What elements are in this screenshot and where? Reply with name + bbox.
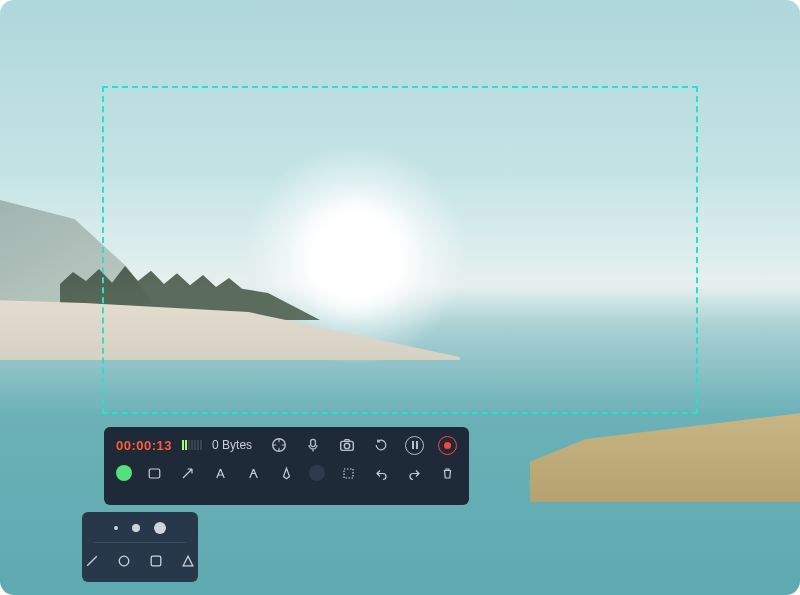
brush-size-large[interactable] (154, 522, 166, 534)
triangle-shape[interactable] (178, 551, 198, 571)
record-button[interactable] (438, 436, 457, 455)
svg-point-3 (344, 443, 349, 448)
brush-size-small[interactable] (114, 526, 118, 530)
svg-rect-4 (150, 469, 161, 478)
pause-button[interactable] (405, 436, 424, 455)
file-size: 0 Bytes (212, 438, 252, 452)
svg-rect-7 (151, 556, 161, 566)
recorder-toolbar: 00:00:13 0 Bytes (104, 427, 469, 505)
restart-icon[interactable] (371, 435, 391, 455)
arrow-tool[interactable] (178, 463, 198, 483)
camera-icon[interactable] (337, 435, 357, 455)
circle-shape[interactable] (114, 551, 134, 571)
desktop-scene: 00:00:13 0 Bytes (0, 0, 800, 595)
capture-region[interactable] (102, 86, 698, 414)
redo-icon[interactable] (404, 463, 424, 483)
audio-meter-icon (182, 440, 202, 450)
square-shape[interactable] (146, 551, 166, 571)
svg-rect-5 (344, 469, 353, 478)
pen-tool[interactable] (277, 463, 297, 483)
text-tool[interactable] (211, 463, 231, 483)
marquee-tool[interactable] (338, 463, 358, 483)
ellipse-tool[interactable] (309, 465, 325, 481)
rectangle-tool[interactable] (145, 463, 165, 483)
microphone-icon[interactable] (303, 435, 323, 455)
recording-timer: 00:00:13 (116, 438, 172, 453)
trash-icon[interactable] (437, 463, 457, 483)
line-shape[interactable] (82, 551, 102, 571)
landscape-grass (530, 412, 800, 502)
brush-size-medium[interactable] (132, 524, 140, 532)
cursor-highlight-icon[interactable] (269, 435, 289, 455)
brush-options-popup (82, 512, 198, 582)
highlighter-tool[interactable] (244, 463, 264, 483)
undo-icon[interactable] (371, 463, 391, 483)
divider (94, 542, 186, 543)
color-picker[interactable] (116, 465, 132, 481)
svg-rect-1 (311, 439, 316, 446)
status-group: 00:00:13 0 Bytes (116, 438, 252, 453)
svg-point-6 (119, 556, 129, 566)
